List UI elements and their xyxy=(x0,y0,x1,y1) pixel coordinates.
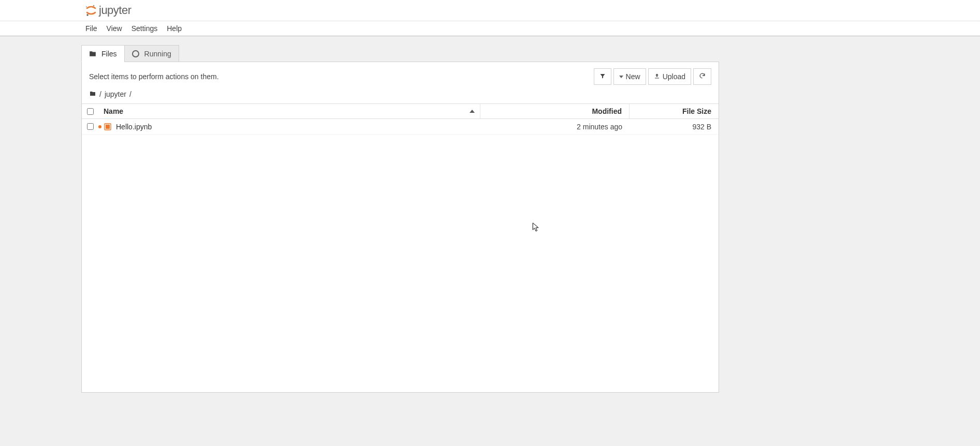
caret-down-icon xyxy=(619,76,623,78)
jupyter-logo[interactable]: jupyter xyxy=(85,4,131,17)
column-filesize[interactable]: File Size xyxy=(630,107,713,115)
svg-point-2 xyxy=(86,6,87,8)
column-filesize-label: File Size xyxy=(682,107,711,115)
menu-file[interactable]: File xyxy=(85,24,97,33)
breadcrumb-sep: / xyxy=(99,90,101,98)
jupyter-logo-text: jupyter xyxy=(99,4,131,17)
file-name: Hello.ipynb xyxy=(116,123,480,131)
refresh-button[interactable] xyxy=(693,68,711,85)
folder-icon xyxy=(89,90,96,98)
folder-icon xyxy=(89,50,96,57)
column-modified[interactable]: Modified xyxy=(480,104,630,118)
select-all-checkbox[interactable] xyxy=(87,108,94,115)
stop-circle-icon xyxy=(132,50,139,57)
new-button[interactable]: New xyxy=(613,68,646,85)
sort-asc-icon xyxy=(470,110,475,113)
tab-running[interactable]: Running xyxy=(124,45,179,62)
column-modified-label: Modified xyxy=(592,107,622,115)
filter-icon xyxy=(599,72,606,81)
breadcrumb-sep: / xyxy=(129,90,131,98)
svg-point-0 xyxy=(93,5,95,7)
jupyter-logo-mark xyxy=(85,5,97,16)
menu-bar: File View Settings Help xyxy=(0,21,980,36)
menu-view[interactable]: View xyxy=(107,24,122,33)
file-browser-panel: Select items to perform actions on them.… xyxy=(81,62,719,393)
tabs: Files Running xyxy=(81,45,719,62)
selection-hint: Select items to perform actions on them. xyxy=(89,72,219,81)
tab-files-label: Files xyxy=(101,50,117,58)
column-name[interactable]: Name xyxy=(104,104,480,118)
file-modified: 2 minutes ago xyxy=(480,123,630,131)
content-area: Files Running Select items to perform ac… xyxy=(0,36,980,446)
new-button-label: New xyxy=(626,72,640,81)
upload-button-label: Upload xyxy=(663,72,685,81)
filter-button[interactable] xyxy=(594,68,611,85)
menu-help[interactable]: Help xyxy=(167,24,182,33)
toolbar: Select items to perform actions on them.… xyxy=(82,62,719,90)
menu-settings[interactable]: Settings xyxy=(131,24,158,33)
logo-bar: jupyter xyxy=(0,0,980,21)
breadcrumb[interactable]: / jupyter / xyxy=(82,90,719,103)
breadcrumb-segment[interactable]: jupyter xyxy=(105,90,126,98)
row-checkbox[interactable] xyxy=(87,123,94,130)
table-header: Name Modified File Size xyxy=(82,103,719,119)
tab-running-label: Running xyxy=(144,50,171,58)
running-indicator-icon xyxy=(98,125,101,128)
tab-files[interactable]: Files xyxy=(81,45,125,62)
upload-icon xyxy=(654,72,660,81)
notebook-icon xyxy=(104,123,112,131)
upload-button[interactable]: Upload xyxy=(648,68,691,85)
column-name-label: Name xyxy=(104,107,123,115)
svg-rect-4 xyxy=(106,125,110,129)
refresh-icon xyxy=(699,72,706,81)
table-row[interactable]: Hello.ipynb 2 minutes ago 932 B xyxy=(82,119,719,135)
file-size: 932 B xyxy=(630,123,713,131)
svg-point-1 xyxy=(86,14,89,16)
